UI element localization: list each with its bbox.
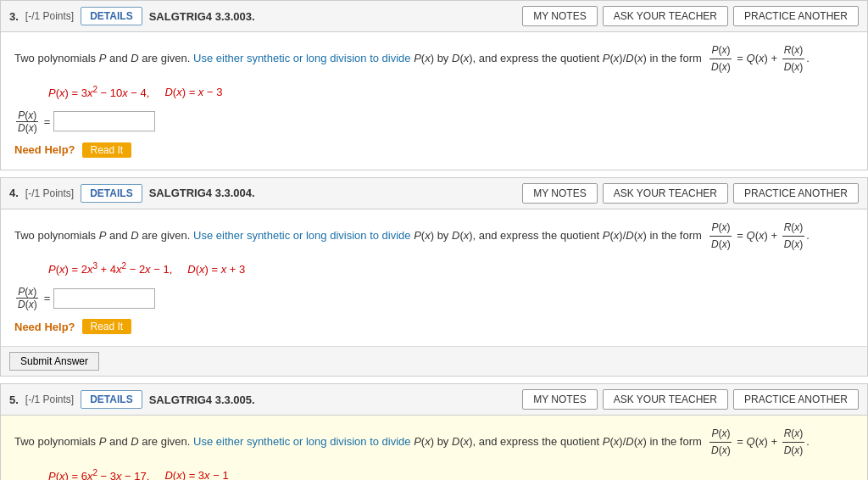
question-4-submit-button[interactable]: Submit Answer bbox=[9, 352, 99, 371]
question-4-read-it-button[interactable]: Read It bbox=[82, 319, 132, 334]
question-5-header-buttons: MY NOTES ASK YOUR TEACHER PRACTICE ANOTH… bbox=[522, 389, 859, 410]
question-3-ask-teacher-button[interactable]: ASK YOUR TEACHER bbox=[603, 6, 728, 26]
question-3-answer-input[interactable] bbox=[53, 111, 155, 131]
question-5: 5. [-/1 Points] DETAILS SALGTRIG4 3.3.00… bbox=[0, 383, 868, 480]
question-4-practice-button[interactable]: PRACTICE ANOTHER bbox=[733, 183, 859, 204]
question-3-header: 3. [-/1 Points] DETAILS SALGTRIG4 3.3.00… bbox=[1, 1, 867, 32]
question-3-my-notes-button[interactable]: MY NOTES bbox=[522, 6, 597, 26]
question-5-body: Two polynomials P and D are given. Use e… bbox=[1, 416, 867, 480]
question-5-code: SALGTRIG4 3.3.005. bbox=[149, 393, 516, 406]
question-5-problem-text: Two polynomials P and D are given. Use e… bbox=[14, 426, 854, 459]
question-3-need-help: Need Help? Read It bbox=[14, 142, 854, 158]
question-4-header: 4. [-/1 Points] DETAILS SALGTRIG4 3.3.00… bbox=[1, 178, 867, 209]
question-3-code: SALGTRIG4 3.3.003. bbox=[149, 10, 516, 23]
question-4-header-buttons: MY NOTES ASK YOUR TEACHER PRACTICE ANOTH… bbox=[522, 183, 859, 204]
question-4-ask-teacher-button[interactable]: ASK YOUR TEACHER bbox=[603, 183, 728, 204]
question-3: 3. [-/1 Points] DETAILS SALGTRIG4 3.3.00… bbox=[0, 0, 868, 170]
question-3-problem-text: Two polynomials P and D are given. Use e… bbox=[14, 42, 854, 75]
question-5-polynomials: P(x) = 6x2 − 3x − 17, D(x) = 3x − 1 bbox=[48, 466, 854, 480]
question-4-answer-input[interactable] bbox=[53, 288, 155, 309]
question-4: 4. [-/1 Points] DETAILS SALGTRIG4 3.3.00… bbox=[0, 177, 868, 377]
question-3-answer-row: P(x)D(x) = bbox=[14, 109, 854, 134]
question-3-number: 3. bbox=[9, 10, 19, 23]
question-3-practice-button[interactable]: PRACTICE ANOTHER bbox=[733, 6, 859, 26]
question-3-polynomials: P(x) = 3x2 − 10x − 4, D(x) = x − 3 bbox=[48, 82, 854, 102]
question-4-details-button[interactable]: DETAILS bbox=[81, 184, 142, 203]
question-5-header: 5. [-/1 Points] DETAILS SALGTRIG4 3.3.00… bbox=[1, 384, 867, 416]
question-3-body: Two polynomials P and D are given. Use e… bbox=[1, 32, 867, 170]
question-4-points: [-/1 Points] bbox=[25, 187, 74, 199]
question-4-need-help-label: Need Help? bbox=[14, 321, 75, 333]
question-4-number: 4. bbox=[9, 187, 19, 199]
question-5-ask-teacher-button[interactable]: ASK YOUR TEACHER bbox=[603, 389, 728, 410]
question-4-submit-row: Submit Answer bbox=[1, 346, 867, 376]
question-4-my-notes-button[interactable]: MY NOTES bbox=[522, 183, 597, 204]
question-3-header-buttons: MY NOTES ASK YOUR TEACHER PRACTICE ANOTH… bbox=[522, 6, 859, 26]
question-4-problem-text: Two polynomials P and D are given. Use e… bbox=[14, 220, 854, 253]
question-5-number: 5. bbox=[9, 393, 19, 406]
question-4-need-help: Need Help? Read It bbox=[14, 319, 854, 334]
question-4-answer-row: P(x)D(x) = bbox=[14, 286, 854, 310]
question-3-read-it-button[interactable]: Read It bbox=[82, 142, 132, 158]
question-5-details-button[interactable]: DETAILS bbox=[81, 390, 142, 409]
question-5-points: [-/1 Points] bbox=[25, 393, 74, 405]
question-4-code: SALGTRIG4 3.3.004. bbox=[149, 187, 516, 199]
question-5-practice-button[interactable]: PRACTICE ANOTHER bbox=[733, 389, 859, 410]
question-5-my-notes-button[interactable]: MY NOTES bbox=[522, 389, 597, 410]
question-3-details-button[interactable]: DETAILS bbox=[81, 7, 142, 25]
question-3-points: [-/1 Points] bbox=[25, 10, 74, 22]
question-4-polynomials: P(x) = 2x3 + 4x2 − 2x − 1, D(x) = x + 3 bbox=[48, 260, 854, 279]
question-3-need-help-label: Need Help? bbox=[14, 143, 75, 156]
question-4-body: Two polynomials P and D are given. Use e… bbox=[1, 209, 867, 347]
